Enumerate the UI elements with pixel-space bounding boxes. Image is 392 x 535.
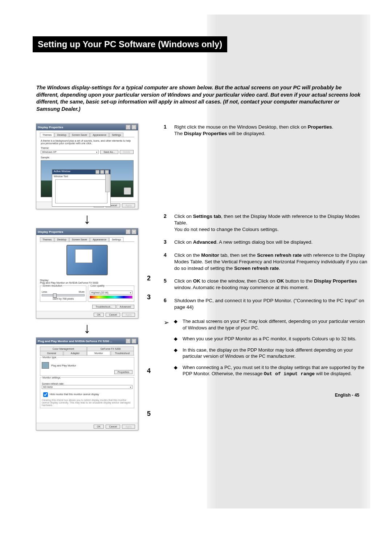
callout-2: 2 (147, 275, 151, 282)
hide-modes-checkbox[interactable] (43, 392, 48, 397)
arrow-down-icon: ↓ (83, 211, 91, 226)
intro-paragraph: The Windows display-settings for a typic… (36, 84, 363, 113)
resolution-slider[interactable] (42, 294, 85, 296)
callout-4: 4 (147, 367, 151, 375)
tab-settings[interactable]: Settings (109, 133, 123, 137)
apply-button[interactable]: Apply (122, 203, 135, 207)
arrow-down-icon: ↓ (83, 321, 91, 335)
sample-preview: Active Window_□× Window Text (41, 160, 134, 197)
monitor-properties-dialog: Plug and Play Monitor and NVIDIA GeForce… (36, 337, 138, 430)
tab-screensaver[interactable]: Screen Saver (69, 133, 90, 137)
monitor-icon (42, 362, 49, 369)
tab-settings[interactable]: Settings (109, 237, 123, 242)
tab-appearance[interactable]: Appearance (90, 133, 109, 137)
monitor-illustration (66, 245, 108, 275)
advanced-button[interactable]: Advanced (117, 305, 134, 309)
page-title: Setting up Your PC Software (Windows onl… (33, 36, 227, 52)
callout-3: 3 (147, 293, 151, 301)
refresh-rate-select[interactable]: 60 Hertz▾ (42, 385, 132, 389)
display-properties-dialog-settings: Display Properties?× Themes Desktop Scre… (36, 228, 138, 319)
notes-list: ➢ ◆ The actual screens on your PC may lo… (163, 318, 370, 382)
save-as-button[interactable]: Save As... (100, 150, 118, 154)
steps-list: 1Right click the mouse on the Windows De… (163, 123, 370, 316)
properties-button[interactable]: Properties (114, 370, 132, 374)
delete-button[interactable]: Delete (120, 150, 134, 154)
tab-themes[interactable]: Themes (40, 133, 54, 137)
tab-desktop[interactable]: Desktop (54, 133, 69, 137)
theme-select[interactable]: Windows XP▾ (41, 150, 99, 154)
callout-5: 5 (147, 410, 151, 418)
troubleshoot-button[interactable]: Troubleshoot... (92, 305, 115, 309)
window-controls: ?× (126, 125, 136, 130)
tab-monitor[interactable]: Monitor (87, 351, 110, 355)
page-footer: English - 45 (163, 393, 370, 398)
color-quality-select[interactable]: Highest (32 bit)▾ (90, 291, 132, 295)
display-properties-dialog-themes: Display Properties?× Themes Desktop Scre… (36, 123, 138, 209)
